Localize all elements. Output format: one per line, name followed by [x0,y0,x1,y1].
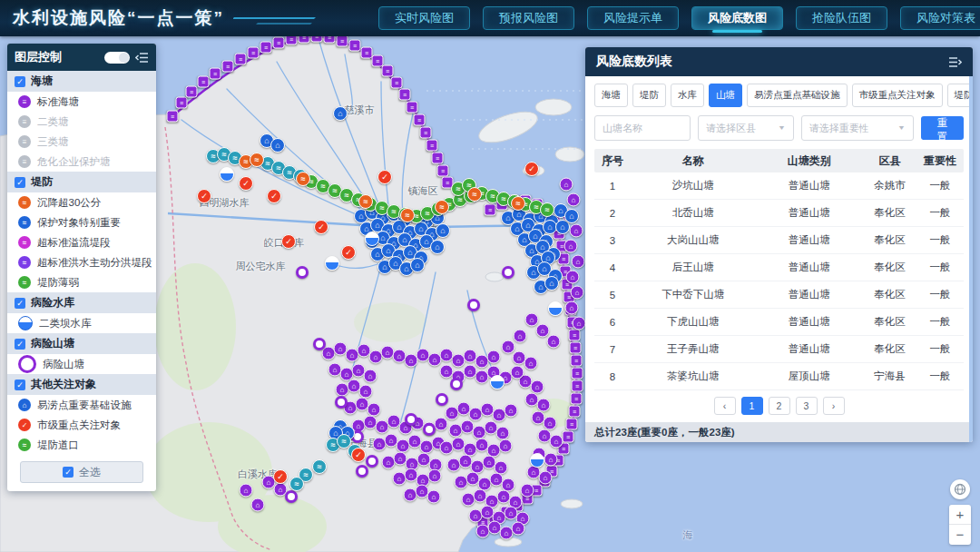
nav-tab[interactable]: 风险底数图 [691,6,783,30]
layer-item[interactable]: ≈超标准洪水主动分洪堤段 [7,252,156,272]
tab[interactable]: 海塘 [594,84,628,107]
district-select[interactable]: 请选择区县 ▼ [698,115,794,141]
seawall-marker[interactable]: ≡ [566,419,578,430]
pond-marker[interactable]: ⌂ [531,380,544,394]
layer-item[interactable]: ≈堤防薄弱 [7,272,156,292]
seawall-marker[interactable]: ≡ [571,393,583,405]
pond-marker[interactable]: ⌂ [499,439,513,453]
levee-subsidence-marker[interactable]: ≈ [511,196,525,211]
levee-important-marker[interactable]: ⌂ [564,209,579,223]
pond-marker[interactable]: ⌂ [405,354,418,368]
tab[interactable]: 水库 [671,84,704,107]
importance-select[interactable]: 请选择重要性 ▼ [801,115,914,141]
levee-important-marker[interactable]: ⌂ [333,106,348,121]
section-checkbox[interactable]: ✓ [15,339,25,350]
levee-subsidence-marker[interactable]: ≈ [435,200,449,214]
levee-subsidence-marker[interactable]: ≈ [358,194,373,209]
nav-tab[interactable]: 实时风险图 [378,6,470,30]
pond-marker[interactable]: ⌂ [475,370,489,384]
table-row[interactable]: 8茶婆坑山塘屋顶山塘宁海县一般 [594,363,964,390]
seawall-marker[interactable]: ≡ [337,35,348,47]
pond-marker[interactable]: ⌂ [464,365,477,379]
collapse-list-icon[interactable] [948,56,962,68]
pond-marker[interactable]: ⌂ [539,471,553,485]
seawall-marker[interactable]: ≡ [399,89,411,101]
seawall-marker[interactable]: ≡ [572,380,583,392]
collapse-panel-icon[interactable] [135,52,149,64]
city-focus-marker[interactable]: ✓ [273,469,288,484]
seawall-marker[interactable]: ≡ [563,431,574,443]
pond-marker[interactable]: ⌂ [511,366,524,380]
seawall-marker[interactable]: ≡ [569,330,581,341]
select-all-button[interactable]: ✓ 全选 [20,461,143,483]
seawall-marker[interactable]: ≡ [198,76,210,88]
seawall-marker[interactable]: ≡ [569,406,581,418]
tab[interactable]: 山塘 [709,84,742,107]
seawall-marker[interactable]: ≡ [437,165,449,177]
seawall-marker[interactable]: ≡ [426,140,438,152]
pond-marker[interactable]: ⌂ [512,522,525,536]
pond-marker[interactable]: ⌂ [525,313,539,327]
pond-marker[interactable]: ⌂ [428,469,442,483]
city-focus-marker[interactable]: ✓ [267,189,281,203]
risky-pond-ring-marker[interactable] [335,396,348,409]
risky-pond-ring-marker[interactable] [502,266,514,279]
seawall-marker[interactable]: ≡ [570,342,582,354]
seawall-marker[interactable]: ≡ [349,40,361,52]
risky-pond-ring-marker[interactable] [467,299,480,311]
pond-marker[interactable]: ⌂ [502,340,515,354]
pond-marker[interactable]: ⌂ [251,498,265,512]
risky-pond-ring-marker[interactable] [285,490,298,503]
page-button[interactable]: 3 [796,397,818,415]
reservoir-marker[interactable] [220,167,234,182]
table-row[interactable]: 2北岙山塘普通山塘奉化区一般 [594,200,964,227]
seawall-marker[interactable]: ≡ [485,204,496,216]
pond-marker[interactable]: ⌂ [573,317,586,330]
reservoir-marker[interactable] [530,453,544,468]
city-focus-marker[interactable]: ✓ [197,189,211,203]
table-row[interactable]: 6下虎山山塘普通山塘奉化区一般 [594,309,964,336]
levee-important-marker[interactable]: ⌂ [436,223,450,238]
pond-marker[interactable]: ⌂ [368,403,381,417]
pond-marker[interactable]: ⌂ [536,324,550,338]
seawall-marker[interactable]: ≡ [260,42,272,54]
seawall-marker[interactable]: ≡ [167,111,179,123]
layer-item[interactable]: ≡标准海塘 [7,92,156,112]
layer-item[interactable]: 病险山塘 [7,354,156,374]
pond-marker[interactable]: ⌂ [550,435,564,448]
seawall-marker[interactable]: ≡ [407,102,418,113]
layer-section-header[interactable]: ✓其他关注对象 [7,374,156,395]
pond-name-input[interactable] [594,115,691,141]
pond-marker[interactable]: ⌂ [364,370,377,383]
nav-tab[interactable]: 风险提示单 [587,6,679,30]
pond-marker[interactable]: ⌂ [567,193,581,207]
pond-marker[interactable]: ⌂ [427,490,441,504]
city-focus-marker[interactable]: ✓ [239,176,253,191]
pond-marker[interactable]: ⌂ [359,385,373,399]
pond-marker[interactable]: ⌂ [547,335,561,349]
layer-visibility-toggle[interactable] [104,52,130,64]
seawall-marker[interactable]: ≡ [273,37,285,49]
zoom-in-button[interactable]: + [949,505,971,525]
layer-section-header[interactable]: ✓海塘 [7,71,156,92]
seawall-marker[interactable]: ≡ [248,47,260,59]
table-row[interactable]: 3大岗山山塘普通山塘奉化区一般 [594,227,964,254]
risky-pond-ring-marker[interactable] [423,423,436,436]
pond-marker[interactable]: ⌂ [560,178,573,192]
pond-marker[interactable]: ⌂ [537,399,551,412]
layer-section-header[interactable]: ✓堤防 [7,172,156,192]
levee-subsidence-marker[interactable]: ≈ [400,208,415,222]
seawall-marker[interactable]: ≡ [432,153,444,164]
pond-marker[interactable]: ⌂ [544,453,558,467]
layer-section-header[interactable]: ✓病险山塘 [7,333,156,354]
table-row[interactable]: 1沙坑山塘普通山塘余姚市一般 [594,172,964,200]
levee-important-marker[interactable]: ⌂ [270,138,285,153]
levee-subsidence-marker[interactable]: ≈ [296,172,310,186]
pond-marker[interactable]: ⌂ [440,349,454,362]
pond-marker[interactable]: ⌂ [570,224,583,238]
levee-weak-marker[interactable]: ≈ [540,202,554,217]
reservoir-marker[interactable] [365,232,379,246]
zoom-out-button[interactable]: − [949,525,971,545]
tab[interactable]: 堤防 [632,84,666,107]
levee-important-marker[interactable]: ⌂ [430,240,445,254]
